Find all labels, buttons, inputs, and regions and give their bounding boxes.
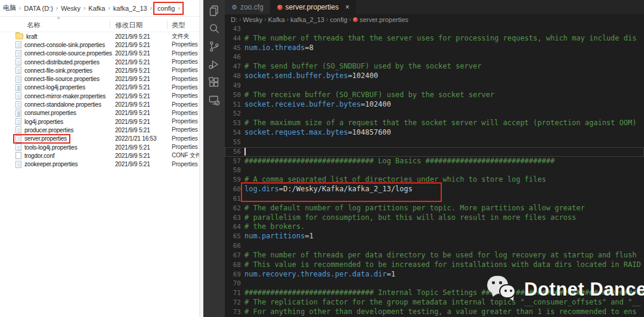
activity-extensions-icon[interactable] [203, 73, 225, 91]
code-line-66[interactable]: 66 [225, 241, 644, 251]
file-row[interactable]: producer.properties2021/9/9 5:21Properti… [0, 126, 199, 134]
activity-files-icon[interactable] [203, 2, 225, 20]
code-line-56[interactable]: 56 [225, 147, 644, 157]
code-line-45[interactable]: 45num.io.threads=8 [225, 43, 644, 53]
line-number: 68 [225, 260, 241, 270]
editor-breadcrumb-item[interactable]: D: [231, 16, 237, 23]
file-name-group: trogdor.conf [16, 152, 54, 159]
activity-run-debug-icon[interactable] [203, 55, 225, 73]
code-line-58[interactable]: 58 [225, 166, 644, 175]
properties-icon [16, 101, 21, 108]
tab-server-properties[interactable]: server.properties× [271, 0, 356, 14]
properties-icon [16, 126, 21, 133]
activity-remote-explorer-icon[interactable] [203, 91, 225, 109]
sort-ascending-icon[interactable]: ^ [57, 16, 60, 22]
line-number: 49 [225, 81, 241, 91]
file-row[interactable]: connect-console-sink.properties2021/9/9 … [0, 41, 199, 49]
file-row[interactable]: connect-file-source.properties2021/9/9 5… [0, 74, 199, 83]
file-date: 2021/9/9 5:21 [115, 76, 150, 82]
editor-area: ⚙zoo.cfgserver.properties× D:›Wesky›Kafk… [225, 0, 644, 317]
code-line-52[interactable]: 52 [225, 109, 644, 119]
code-line-65[interactable]: 65num.partitions=1 [225, 232, 644, 241]
file-row[interactable]: connect-distributed.properties2021/9/9 5… [0, 58, 199, 66]
breadcrumb-item--[interactable]: 电脑 [1, 2, 18, 14]
file-row[interactable]: trogdor.conf2021/9/9 5:21CONF 文件 [0, 151, 199, 160]
code-line-49[interactable]: 49 [225, 81, 644, 91]
file-row[interactable]: log4j.properties2021/9/9 5:21Properties … [0, 117, 199, 126]
file-type: Properties 源文件 [172, 75, 199, 83]
properties-icon [16, 84, 21, 91]
gear-icon: ⚙ [231, 4, 237, 11]
file-name: connect-standalone.properties [24, 101, 101, 108]
file-row[interactable]: tools-log4j.properties2021/9/9 5:21Prope… [0, 143, 199, 151]
breadcrumb-item-config[interactable]: config [156, 4, 177, 13]
code-line-44[interactable]: 44# The number of threads that the serve… [225, 34, 644, 43]
activity-source-control-icon[interactable] [203, 38, 225, 55]
remote-explorer-icon [208, 94, 221, 107]
code-line-47[interactable]: 47# The send buffer (SO_SNDBUF) used by … [225, 62, 644, 72]
breadcrumb-item-data-d-[interactable]: DATA (D:) [22, 4, 54, 13]
code-line-54[interactable]: 54socket.request.max.bytes=104857600 [225, 128, 644, 138]
code-line-62[interactable]: 62# The default number of log partitions… [225, 204, 644, 213]
column-header-type[interactable]: 类型 [172, 21, 185, 30]
property-key: socket.request.max.bytes [244, 128, 348, 136]
line-number: 54 [225, 128, 241, 138]
line-text: # The number of threads per data directo… [244, 251, 636, 260]
editor-breadcrumb-item[interactable]: kafka_2_13 [290, 16, 324, 23]
editor-breadcrumb-item[interactable]: Wesky [243, 16, 262, 23]
code-line-53[interactable]: 53# The maximum size of a request that t… [225, 119, 644, 128]
tab-zoo-cfg[interactable]: ⚙zoo.cfg [225, 0, 271, 14]
file-name: connect-file-source.properties [24, 76, 100, 82]
breadcrumb-item-wesky[interactable]: Wesky [59, 4, 82, 13]
file-row[interactable]: connect-console-source.properties2021/9/… [0, 49, 199, 58]
file-row[interactable]: zookeeper.properties2021/9/9 5:21Propert… [0, 160, 199, 168]
file-row[interactable]: consumer.properties2021/9/9 5:21Properti… [0, 109, 199, 117]
line-number: 56 [225, 147, 241, 157]
file-date: 2021/9/9 5:21 [115, 101, 150, 108]
editor-breadcrumb-item[interactable]: Kafka [268, 16, 285, 23]
screenshot-root: 电脑›DATA (D:)›Wesky›Kafka›kafka_2_13›conf… [0, 0, 644, 317]
file-row[interactable]: connect-log4j.properties2021/9/9 5:21Pro… [0, 83, 199, 92]
line-text: # For anything other than development te… [244, 307, 636, 317]
code-line-55[interactable]: 55 [225, 138, 644, 147]
code-line-63[interactable]: 63# parallelism for consumption, but thi… [225, 213, 644, 223]
code-line-51[interactable]: 51socket.receive.buffer.bytes=102400 [225, 100, 644, 110]
code-line-50[interactable]: 50# The receive buffer (SO_RCVBUF) used … [225, 91, 644, 100]
file-name: connect-console-sink.properties [24, 42, 105, 48]
editor-breadcrumb-item[interactable]: server.properties [360, 16, 408, 23]
line-number: 63 [225, 213, 241, 223]
comment-text: # For anything other than development te… [244, 307, 636, 316]
breadcrumb-item-kafka-2-13[interactable]: kafka_2_13 [112, 4, 149, 13]
code-line-73[interactable]: 73# For anything other than development … [225, 307, 644, 317]
file-row[interactable]: connect-file-sink.properties2021/9/9 5:2… [0, 66, 199, 74]
file-name: connect-console-source.properties [24, 50, 112, 57]
code-line-48[interactable]: 48socket.send.buffer.bytes=102400 [225, 72, 644, 81]
editor-breadcrumb-item[interactable]: config [330, 16, 347, 23]
column-header-name[interactable]: 名称 [27, 21, 41, 30]
chevron-icon: › [55, 5, 59, 11]
file-date: 2021/9/9 5:21 [115, 67, 150, 74]
file-row[interactable]: connect-standalone.properties2021/9/9 5:… [0, 100, 199, 108]
line-number: 70 [225, 279, 241, 288]
breadcrumb-item-kafka[interactable]: Kafka [86, 4, 107, 13]
column-header-date[interactable]: 修改日期 [115, 21, 143, 30]
file-type: Properties 源文件 [172, 83, 199, 92]
logdirs-annotation-box [241, 182, 442, 202]
line-number: 47 [225, 62, 241, 72]
code-line-68[interactable]: 68# This value is recommended to be incr… [225, 260, 644, 270]
close-tab-icon[interactable]: × [345, 3, 349, 11]
code-line-57[interactable]: 57############################## Log Bas… [225, 157, 644, 166]
properties-icon [16, 76, 21, 83]
code-line-43[interactable]: 43 [225, 24, 644, 34]
file-row[interactable]: kraft2021/9/9 5:21文件夹 [0, 32, 199, 41]
properties-icon [16, 92, 21, 100]
code-line-46[interactable]: 46 [225, 52, 644, 62]
line-text: num.recovery.threads.per.data.dir=1 [244, 270, 395, 279]
file-row[interactable]: server.properties2022/1/21 16:53Properti… [0, 135, 199, 143]
comment-text: # the brokers. [244, 222, 305, 231]
explorer-scrollbar[interactable] [199, 0, 203, 317]
code-line-67[interactable]: 67# The number of threads per data direc… [225, 251, 644, 260]
code-line-64[interactable]: 64# the brokers. [225, 222, 644, 232]
activity-search-icon[interactable] [203, 20, 225, 38]
file-row[interactable]: connect-mirror-maker.properties2021/9/9 … [0, 92, 199, 100]
